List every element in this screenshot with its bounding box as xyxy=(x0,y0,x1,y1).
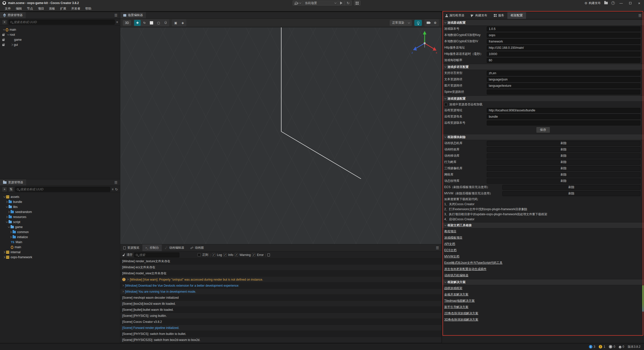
log-row[interactable]: [Window] render_texture文件夹存在 xyxy=(120,258,441,265)
asset-node-internal[interactable]: internal xyxy=(0,250,120,255)
section-i18n[interactable]: 游戏多语言配置 xyxy=(442,64,644,70)
console-log-list[interactable]: [Window] render_texture文件夹存在 [Window] ec… xyxy=(120,258,441,343)
error-counter[interactable]: ×0 xyxy=(609,345,615,348)
rect-tool-button[interactable]: ▢ xyxy=(155,20,162,26)
spine-res-path-input[interactable] xyxy=(487,90,640,95)
console-menu-icon[interactable]: ☰ xyxy=(436,244,441,251)
solution-link[interactable]: 战棋游戏框架 xyxy=(444,286,462,290)
remove-module-button[interactable]: 剔除 xyxy=(487,153,640,158)
menu-developer[interactable]: 开发者 xyxy=(69,6,83,11)
doc-link[interactable]: 教程项目 xyxy=(444,229,456,234)
add-node-button[interactable]: + xyxy=(2,20,7,25)
asset-node-bundle[interactable]: bundle xyxy=(0,199,120,204)
asset-node-seedrandom[interactable]: seedrandom xyxy=(0,209,120,214)
tab-asset-preview[interactable]: 资源预览 xyxy=(120,244,142,251)
remote-res-url-input[interactable] xyxy=(487,108,640,113)
hierarchy-tab[interactable]: 层级管理器 xyxy=(0,12,26,18)
tree-node-gui[interactable]: gui xyxy=(0,42,120,47)
assets-tab[interactable]: 资源管理器 xyxy=(0,179,26,186)
asset-node-oops-framework[interactable]: oops-framework xyxy=(0,255,120,260)
build-publish-button[interactable]: ⚙构建发布 xyxy=(584,1,601,5)
light-toggle-button[interactable] xyxy=(414,20,422,26)
crypto-iv-input[interactable] xyxy=(487,39,640,44)
notification-counter[interactable]: 0 xyxy=(619,345,624,348)
http-server-input[interactable] xyxy=(487,45,640,50)
camera-settings-button[interactable] xyxy=(425,20,431,26)
filter-warning-checkbox[interactable]: ✓ xyxy=(235,253,238,256)
scene-select[interactable]: 当前场景 xyxy=(303,1,338,5)
tab-build-publish[interactable]: 构建发布 xyxy=(468,12,491,19)
section-game-basic[interactable]: 游戏基础配置 xyxy=(442,20,644,26)
asset-node-script[interactable]: script xyxy=(0,220,120,225)
refresh-icon[interactable]: ↻ xyxy=(115,187,118,191)
asset-node-libs[interactable]: libs xyxy=(0,204,120,209)
clear-console-button[interactable]: 清空 xyxy=(122,253,133,257)
mode-3d-button[interactable]: 3D xyxy=(123,20,131,26)
log-row-info[interactable]: [Window] Download the Vue Devtools exten… xyxy=(120,283,441,289)
crypto-key-input[interactable] xyxy=(487,33,640,38)
save-button[interactable]: 保存 xyxy=(536,127,550,133)
log-row[interactable]: [Scene] meshopt wasm decoder initialized xyxy=(120,295,441,301)
log-row[interactable]: [Scene] [box2d]:box2d wasm lib loaded. xyxy=(120,301,441,307)
remove-module-button[interactable]: 剔除 xyxy=(487,166,640,171)
add-asset-button[interactable]: + xyxy=(2,187,7,192)
menu-project[interactable]: 项目 xyxy=(36,6,46,11)
log-row[interactable]: [Scene] [PHYSICS]: switch from builtin t… xyxy=(120,331,441,337)
scene-settings-button[interactable]: ⚙ xyxy=(432,20,438,26)
text-res-path-input[interactable] xyxy=(487,77,640,82)
axis-gizmo[interactable]: x z xyxy=(410,29,440,60)
http-timeout-input[interactable] xyxy=(487,52,640,57)
restart-button[interactable]: ↻ xyxy=(345,1,352,5)
menu-node[interactable]: 节点 xyxy=(25,6,35,11)
assets-menu-icon[interactable]: ☰ xyxy=(114,179,120,186)
help-icon[interactable]: ? xyxy=(611,1,615,5)
section-docs[interactable]: 框架文档工具链接 xyxy=(442,222,644,228)
solution-link[interactable]: 新手引导解决方案 xyxy=(444,305,468,309)
filter-log-checkbox[interactable]: ✓ xyxy=(212,253,215,256)
remove-module-button[interactable]: 剔除 xyxy=(487,141,640,146)
log-row[interactable]: [Window] model_view文件夹存在 xyxy=(120,271,441,277)
hierarchy-filter-icon[interactable]: ≡ xyxy=(116,20,118,24)
warning-counter[interactable]: !1 xyxy=(599,345,605,348)
sort-assets-icon[interactable]: ⇅ xyxy=(9,187,14,192)
device-select[interactable] xyxy=(293,1,303,5)
doc-link[interactable]: API文档 xyxy=(444,242,455,246)
console-search[interactable] xyxy=(134,252,179,257)
menu-panel[interactable]: 面板 xyxy=(47,6,57,11)
tree-node-game[interactable]: game xyxy=(0,37,120,42)
assets-search-input[interactable] xyxy=(20,188,108,191)
section-game-res[interactable]: 游戏资源配置 xyxy=(442,96,644,102)
scene-viewport[interactable]: x z xyxy=(120,27,441,244)
rotate-tool-button[interactable]: ↻ xyxy=(141,20,148,26)
image-res-path-input[interactable] xyxy=(487,83,640,88)
render-mode-select[interactable]: 正常渲染 xyxy=(390,20,412,26)
hierarchy-search-input[interactable] xyxy=(14,20,113,24)
expand-icon[interactable] xyxy=(122,291,124,292)
preview-qr-button[interactable] xyxy=(354,1,360,6)
remote-load-checkbox[interactable] xyxy=(444,103,448,106)
remove-module-button[interactable]: 剔除 xyxy=(502,185,640,190)
move-tool-button[interactable]: ✥ xyxy=(134,20,141,26)
expand-icon[interactable] xyxy=(122,285,124,286)
hierarchy-menu-icon[interactable]: ☰ xyxy=(114,12,120,18)
scrollbar-thumb[interactable] xyxy=(642,285,644,312)
log-row[interactable]: [Scene] Cocos Creator v3.8.2 xyxy=(120,319,441,325)
space-button[interactable]: ◈ xyxy=(179,20,186,26)
solution-link[interactable]: 全栈开发解决方案 xyxy=(444,292,468,297)
filter-error-checkbox[interactable]: ✓ xyxy=(252,253,255,256)
open-log-file-icon[interactable] xyxy=(267,253,270,256)
log-row-info[interactable]: [Scene] Forward render pipeline initiali… xyxy=(120,325,441,331)
remove-module-button[interactable]: 剔除 xyxy=(487,160,640,165)
doc-link[interactable]: 原生包热更新配置自动生成插件 xyxy=(444,267,487,271)
solution-link[interactable]: 3D角色扮演游戏解决方案 xyxy=(444,318,478,322)
doc-link[interactable]: 动画状态机编辑器 xyxy=(444,273,468,278)
menu-edit[interactable]: 编辑 xyxy=(14,6,24,11)
asset-node-Main[interactable]: TSMain xyxy=(0,240,120,245)
tab-animation-graph[interactable]: ☍动画图 xyxy=(187,244,207,251)
doc-link[interactable]: Excel格式转Json文件与TypeScript代码工具 xyxy=(444,261,502,265)
section-modules[interactable]: 框架模块剔除 xyxy=(442,134,644,140)
scale-tool-button[interactable]: ⬜ xyxy=(148,20,155,26)
tree-node-main[interactable]: main xyxy=(0,27,120,32)
ui-tool-button[interactable]: Ü xyxy=(162,20,169,26)
pivot-button[interactable]: ▣ xyxy=(172,20,179,26)
